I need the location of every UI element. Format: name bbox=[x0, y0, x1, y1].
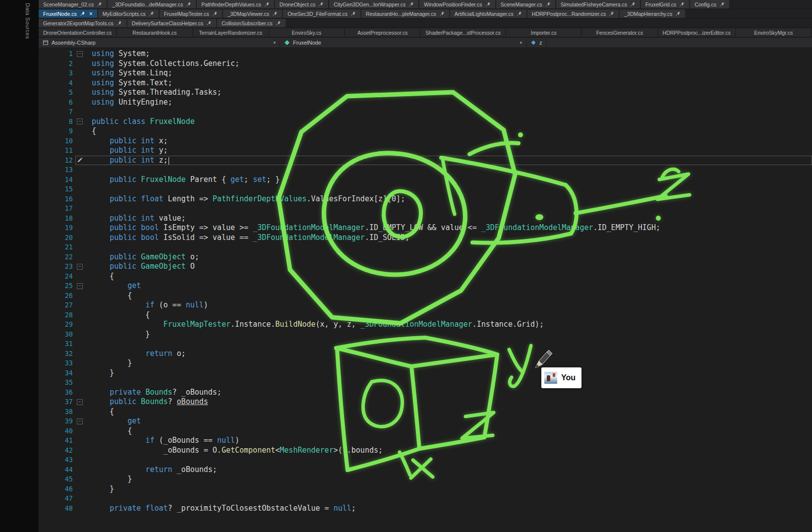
code-line[interactable]: 29 FruxelMapTester.Instance.BuildNode(x,… bbox=[39, 320, 812, 330]
pin-icon[interactable] bbox=[630, 1, 636, 7]
document-tab[interactable]: RestaurantHook.cs bbox=[117, 28, 192, 37]
line-number[interactable]: 42 bbox=[39, 446, 75, 456]
line-number[interactable]: 16 bbox=[39, 194, 75, 204]
code-line[interactable]: 39− get bbox=[39, 416, 812, 426]
code-line[interactable]: 7 bbox=[39, 107, 812, 117]
pin-icon[interactable] bbox=[80, 11, 85, 16]
code-editor[interactable]: 1−using System;2using System.Collections… bbox=[39, 48, 812, 532]
pin-icon[interactable] bbox=[318, 1, 324, 7]
code-line[interactable]: 1−using System; bbox=[39, 49, 812, 59]
line-number[interactable]: 40 bbox=[39, 426, 75, 436]
line-number[interactable]: 20 bbox=[39, 233, 75, 243]
line-number[interactable]: 46 bbox=[39, 484, 75, 494]
document-tab[interactable]: Generator2ExportMapTools.cs bbox=[39, 19, 126, 27]
code-line[interactable]: 9{ bbox=[39, 126, 812, 136]
document-tab[interactable]: TerrainLayerRandomizer.cs bbox=[193, 28, 268, 37]
code-line[interactable]: 36 private Bounds? _oBounds; bbox=[39, 388, 812, 398]
code-line[interactable]: 34 } bbox=[39, 368, 812, 378]
line-number[interactable]: 14 bbox=[39, 175, 75, 185]
document-tab[interactable]: ArtificialLightsManager.cs bbox=[450, 9, 526, 18]
line-number[interactable]: 34 bbox=[39, 368, 75, 378]
code-line[interactable]: 15 bbox=[39, 184, 812, 194]
line-number[interactable]: 43 bbox=[39, 455, 75, 465]
fold-toggle[interactable]: − bbox=[75, 117, 92, 127]
line-number[interactable]: 22 bbox=[39, 252, 75, 262]
document-tab[interactable]: FruxelNode.cs× bbox=[39, 9, 97, 18]
line-number[interactable]: 8 bbox=[39, 117, 75, 127]
line-number[interactable]: 5 bbox=[39, 88, 75, 98]
code-line[interactable]: 12 public int z; bbox=[39, 156, 812, 166]
line-number[interactable]: 44 bbox=[39, 465, 75, 475]
pin-icon[interactable] bbox=[439, 11, 445, 16]
code-line[interactable]: 46 } bbox=[39, 484, 812, 494]
document-tab[interactable]: MyEditorScripts.cs bbox=[98, 9, 159, 18]
document-tab[interactable]: PathfinderDepthValues.cs bbox=[197, 0, 274, 8]
pin-icon[interactable] bbox=[97, 1, 102, 7]
code-line[interactable]: 26 { bbox=[39, 291, 812, 301]
line-number[interactable]: 39 bbox=[39, 416, 75, 426]
document-tab[interactable]: OneSec3D_FileFormat.cs bbox=[283, 9, 360, 18]
fold-toggle[interactable]: − bbox=[75, 49, 92, 59]
line-number[interactable]: 12 bbox=[39, 156, 75, 166]
line-number[interactable]: 29 bbox=[39, 320, 75, 330]
code-line[interactable]: 11 public int y; bbox=[39, 146, 812, 156]
document-tab[interactable]: FruxelMapTester.cs bbox=[160, 9, 222, 18]
line-number[interactable]: 31 bbox=[39, 339, 75, 349]
line-number[interactable]: 48 bbox=[39, 504, 75, 514]
document-tab[interactable]: EnviroSkyMgr.cs bbox=[736, 28, 811, 37]
fold-box-icon[interactable]: − bbox=[77, 283, 83, 289]
fold-box-icon[interactable]: − bbox=[77, 418, 83, 424]
code-line[interactable]: 32 return o; bbox=[39, 349, 812, 359]
document-tab[interactable]: RestaurantHo...pleManager.cs bbox=[361, 9, 449, 18]
code-line[interactable]: 38 { bbox=[39, 407, 812, 417]
type-dropdown[interactable]: FruxelNode ▾ bbox=[280, 38, 526, 48]
code-line[interactable]: 28 { bbox=[39, 310, 812, 320]
tool-tab-data-sources[interactable]: Data Sources bbox=[25, 3, 31, 39]
code-line[interactable]: 31 bbox=[39, 339, 812, 349]
line-number[interactable]: 36 bbox=[39, 388, 75, 398]
code-line[interactable]: 20 public bool IsSolid => value == _3DFo… bbox=[39, 233, 812, 243]
code-line[interactable]: 43 bbox=[39, 455, 812, 465]
code-line[interactable]: 45 } bbox=[39, 474, 812, 484]
line-number[interactable]: 18 bbox=[39, 214, 75, 224]
document-tab[interactable]: FencesGenerator.cs bbox=[582, 28, 657, 37]
code-line[interactable]: 4using System.Text; bbox=[39, 78, 812, 88]
line-number[interactable]: 10 bbox=[39, 136, 75, 146]
line-number[interactable]: 41 bbox=[39, 436, 75, 446]
document-tab[interactable]: _3DMapHierarchy.cs bbox=[620, 9, 685, 18]
line-number[interactable]: 35 bbox=[39, 378, 75, 388]
line-number[interactable]: 23 bbox=[39, 262, 75, 272]
document-tab[interactable]: EnviroSky.cs bbox=[269, 28, 344, 37]
line-number[interactable]: 15 bbox=[39, 184, 75, 194]
code-line[interactable]: 47 bbox=[39, 494, 812, 504]
fold-box-icon[interactable]: − bbox=[77, 118, 83, 124]
code-line[interactable]: 41 if (_oBounds == null) bbox=[39, 436, 812, 446]
project-dropdown[interactable]: Assembly-CSharp ▾ bbox=[39, 38, 280, 48]
document-tab[interactable]: DeliverySurfaceClassHelper.cs bbox=[127, 19, 216, 27]
code-line[interactable]: 37− public Bounds? oBounds bbox=[39, 397, 812, 407]
pin-icon[interactable] bbox=[517, 11, 522, 16]
document-tab[interactable]: _3DMapViewer.cs bbox=[223, 9, 282, 18]
code-line[interactable]: 48 private float? _proximityToClosestObs… bbox=[39, 504, 812, 514]
code-line[interactable]: 44 return _oBounds; bbox=[39, 465, 812, 475]
code-line[interactable]: 25− get bbox=[39, 281, 812, 291]
pin-icon[interactable] bbox=[149, 11, 154, 16]
document-tab[interactable]: CollisionSubscriber.cs bbox=[217, 19, 286, 27]
line-number[interactable]: 25 bbox=[39, 281, 75, 291]
line-number[interactable]: 24 bbox=[39, 272, 75, 282]
pin-icon[interactable] bbox=[675, 11, 681, 16]
pin-icon[interactable] bbox=[276, 20, 281, 26]
line-number[interactable]: 47 bbox=[39, 494, 75, 504]
fold-toggle[interactable]: − bbox=[75, 416, 92, 426]
line-number[interactable]: 9 bbox=[39, 126, 75, 136]
code-line[interactable]: 24 { bbox=[39, 272, 812, 282]
fold-box-icon[interactable]: − bbox=[77, 264, 83, 270]
document-tab[interactable]: Config.cs bbox=[690, 0, 729, 8]
line-number[interactable]: 2 bbox=[39, 59, 75, 69]
fold-toggle[interactable]: − bbox=[75, 397, 92, 407]
line-number[interactable]: 38 bbox=[39, 407, 75, 417]
code-line[interactable]: 22 public GameObject o; bbox=[39, 252, 812, 262]
pin-icon[interactable] bbox=[609, 11, 614, 16]
document-tab[interactable]: AssetPreprocessor.cs bbox=[345, 28, 420, 37]
pin-icon[interactable] bbox=[186, 1, 191, 7]
